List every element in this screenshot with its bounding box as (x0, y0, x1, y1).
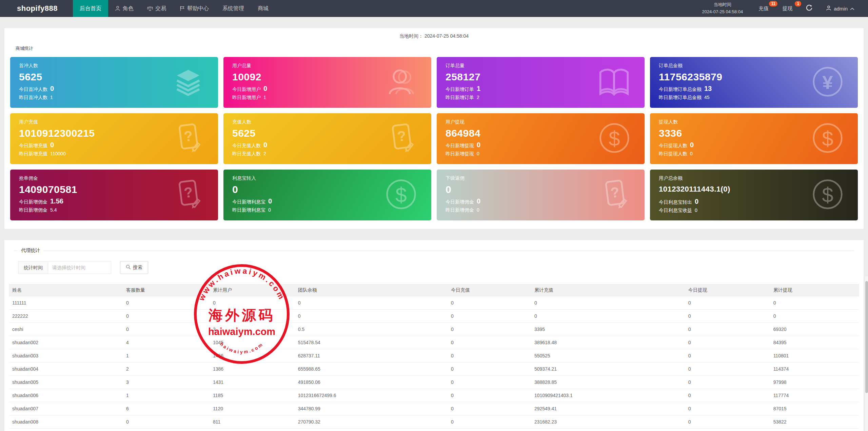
nav-item-label: 商城 (258, 5, 269, 12)
card-line2-value: 0 (690, 141, 694, 149)
card-line2-value: 0 (695, 198, 698, 205)
agent-stats-title: 代理统计 (18, 248, 43, 254)
card-line2-value: 0 (477, 141, 480, 149)
table-cell: 0 (123, 415, 210, 429)
flag-icon (180, 6, 185, 11)
table-cell: 1 (123, 389, 210, 402)
withdraw-menu-item[interactable]: 提现 1 (775, 0, 799, 17)
dollar-circle-icon: $ (812, 122, 844, 155)
recharge-menu-item[interactable]: 充值 11 (752, 0, 775, 17)
table-cell: 0 (448, 349, 531, 363)
refresh-button[interactable] (799, 0, 819, 17)
card-line2-label: 今日新增用户 (232, 86, 261, 93)
user-icon (115, 6, 120, 11)
table-row: ceshi030.503395069320 (9, 323, 859, 336)
table-cell: 628737.11 (295, 349, 448, 363)
table-cell: 0 (685, 336, 770, 349)
scrollbar-thumb[interactable] (865, 281, 868, 393)
nav-item-mall[interactable]: 商城 (251, 0, 275, 17)
mall-stats-panel: 当地时间： 2024-07-25 04:58:04 商城统计 首冲人数5625今… (4, 28, 864, 229)
table-cell: 0 (685, 349, 770, 363)
search-row: 统计时间 搜索 (18, 261, 859, 274)
table-cell: 550525 (531, 349, 685, 363)
table-cell: 0 (685, 429, 770, 431)
table-cell: 1431 (210, 376, 295, 389)
table-cell: 0 (685, 389, 770, 402)
table-cell: 0 (123, 310, 210, 323)
nav-item-system[interactable]: 系统管理 (216, 0, 251, 17)
table-header-cell: 客服数量 (123, 285, 210, 296)
svg-text:$: $ (609, 128, 620, 150)
user-icon (826, 5, 831, 12)
book-icon (598, 67, 630, 98)
table-cell: 344780.99 (295, 402, 448, 415)
brand-logo[interactable]: shopify888 (0, 0, 73, 17)
table-row: shuadan00241045515478.540389618.48084395 (9, 336, 859, 349)
stat-card-3: 订单总金额11756235879今日新增订单总金额13昨日新增订单总金额45¥ (650, 57, 858, 108)
table-cell: 87015 (770, 402, 859, 415)
table-header-row: 姓名客服数量累计用户团队余额今日充值累计充值今日提现累计提现 (9, 285, 859, 296)
page-scrollbar[interactable] (865, 276, 868, 431)
svg-text:$: $ (822, 128, 833, 150)
navbar-local-time: 当地时间 2024-07-25 04:58:04 (693, 1, 752, 16)
table-cell: 0 (685, 363, 770, 376)
mall-stats-title: 商城统计 (16, 45, 858, 52)
card-line2-label: 今日提现人数 (659, 143, 687, 149)
table-row: 2222220000000 (9, 310, 859, 323)
nav-item-roles[interactable]: 角色 (108, 0, 140, 17)
nav-item-trade[interactable]: 交易 (140, 0, 173, 17)
nav-item-help[interactable]: 帮助中心 (173, 0, 216, 17)
table-row: shuadan00761120344780.990292549.41087015 (9, 402, 859, 415)
stat-time-input[interactable] (48, 261, 111, 274)
svg-text:?: ? (183, 184, 194, 201)
card-line3-value: 2 (477, 95, 479, 100)
table-cell: 114374 (770, 363, 859, 376)
table-cell: 655988.65 (295, 363, 448, 376)
dollar-circle-icon: $ (812, 178, 844, 212)
table-cell: shuadan002 (9, 336, 123, 349)
table-cell: 3395 (531, 323, 685, 336)
card-line3-value: 1 (50, 95, 53, 100)
table-cell: 0 (448, 296, 531, 310)
table-cell: 0 (448, 415, 531, 429)
nav-item-label: 交易 (155, 5, 166, 12)
table-row: shuadan01031012314905.580305516.5083945 (9, 429, 859, 431)
table-cell: 811 (210, 415, 295, 429)
table-header-cell: 团队余额 (295, 285, 448, 296)
table-cell: 0 (448, 429, 531, 431)
table-row: 1111110000000 (9, 296, 859, 310)
table-cell: 0 (448, 336, 531, 349)
card-line2-value: 0 (50, 141, 54, 149)
table-cell: 0 (123, 323, 210, 336)
table-cell: 0 (770, 310, 859, 323)
recharge-label: 充值 (758, 5, 769, 12)
table-header-cell: 累计充值 (531, 285, 685, 296)
card-line3-value: 110000 (50, 151, 66, 156)
stat-card-4: 用户充值1010912300215今日新增充值0昨日新增充值110000? (10, 113, 218, 164)
table-cell: 0 (685, 310, 770, 323)
table-cell: 0 (448, 323, 531, 336)
nav-item-label: 后台首页 (80, 5, 101, 12)
card-line2-label: 今日利息宝转出 (659, 199, 692, 205)
search-button[interactable]: 搜索 (120, 261, 148, 274)
table-cell: 4 (123, 336, 210, 349)
nav-item-home[interactable]: 后台首页 (73, 0, 108, 17)
table-cell: 0 (685, 402, 770, 415)
svg-text:$: $ (395, 184, 407, 207)
card-line3-value: 1 (263, 95, 266, 100)
svg-text:$: $ (822, 184, 833, 207)
table-cell: 0 (685, 323, 770, 336)
card-line2-label: 今日新增佣金 (19, 199, 47, 205)
table-header-cell: 累计用户 (210, 285, 295, 296)
card-line2-value: 0 (477, 197, 480, 205)
doc-question-icon: ? (173, 178, 204, 212)
card-line3-value: 0 (477, 151, 479, 156)
table-cell: 6 (123, 402, 210, 415)
stat-card-2: 订单总量258127今日新增订单1昨日新增订单2 (437, 57, 645, 108)
user-menu[interactable]: admin (819, 0, 861, 17)
svg-text:?: ? (610, 184, 620, 201)
search-button-label: 搜索 (133, 265, 142, 271)
table-cell: 389618.48 (531, 336, 685, 349)
table-cell: 0 (210, 296, 295, 310)
local-time-bar: 当地时间： 2024-07-25 04:58:04 (10, 28, 858, 41)
